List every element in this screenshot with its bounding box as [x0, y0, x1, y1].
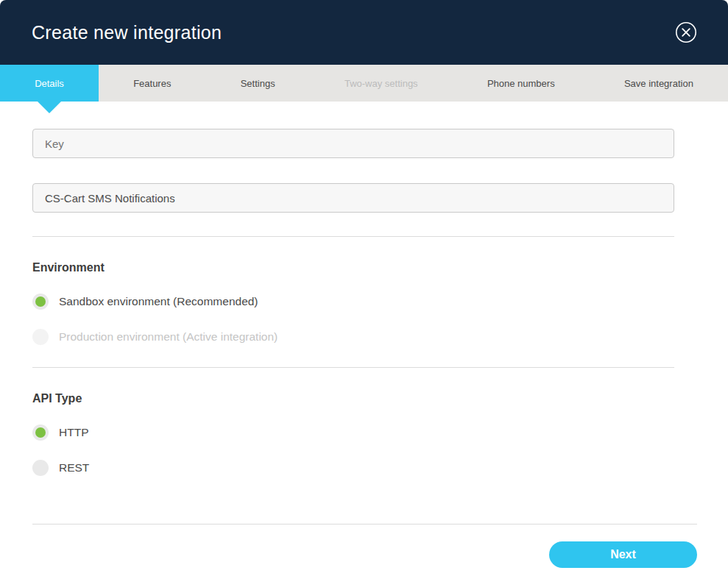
tab-two-way-settings: Two-way settings [310, 65, 453, 102]
tab-features-label: Features [133, 78, 171, 89]
radio-http-label: HTTP [59, 426, 88, 439]
api-type-section-heading: API Type [32, 392, 674, 405]
modal-header: Create new integration [0, 0, 728, 65]
wizard-tab-bar: Details Features Settings Two-way settin… [0, 65, 728, 102]
close-button[interactable] [675, 21, 697, 43]
radio-rest[interactable] [32, 460, 49, 476]
radio-row-sandbox-environment[interactable]: Sandbox environment (Recommended) [32, 294, 674, 310]
radio-row-production-environment: Production environment (Active integrati… [32, 329, 674, 345]
tab-phone-numbers-label: Phone numbers [487, 78, 555, 89]
tab-details[interactable]: Details [0, 65, 99, 102]
modal-title: Create new integration [32, 22, 222, 43]
details-form: Environment Sandbox environment (Recomme… [0, 129, 728, 476]
radio-sandbox-environment-label: Sandbox environment (Recommended) [59, 295, 258, 308]
tab-save-integration-label: Save integration [624, 78, 693, 89]
integration-name-input[interactable] [32, 183, 674, 213]
tab-settings[interactable]: Settings [206, 65, 310, 102]
tab-save-integration[interactable]: Save integration [590, 65, 728, 102]
key-input[interactable] [32, 129, 674, 158]
tab-details-label: Details [35, 78, 64, 89]
radio-row-rest[interactable]: REST [32, 460, 674, 476]
tab-two-way-settings-label: Two-way settings [344, 78, 418, 89]
tab-settings-label: Settings [241, 78, 275, 89]
divider [32, 524, 697, 525]
radio-http[interactable] [32, 424, 49, 441]
divider [32, 236, 674, 237]
environment-section-heading: Environment [32, 261, 674, 274]
create-integration-modal: Create new integration Details Features … [0, 0, 728, 576]
radio-production-environment [32, 329, 49, 345]
radio-rest-label: REST [59, 461, 89, 474]
footer-actions: Next [32, 541, 697, 568]
modal-footer: Next [0, 524, 728, 576]
divider [32, 367, 674, 368]
radio-production-environment-label: Production environment (Active integrati… [59, 330, 278, 344]
tab-phone-numbers[interactable]: Phone numbers [453, 65, 590, 102]
tab-features[interactable]: Features [99, 65, 206, 102]
next-button[interactable]: Next [549, 541, 697, 568]
radio-row-http[interactable]: HTTP [32, 424, 674, 441]
circle-x-icon [675, 21, 697, 43]
radio-sandbox-environment[interactable] [32, 294, 49, 310]
